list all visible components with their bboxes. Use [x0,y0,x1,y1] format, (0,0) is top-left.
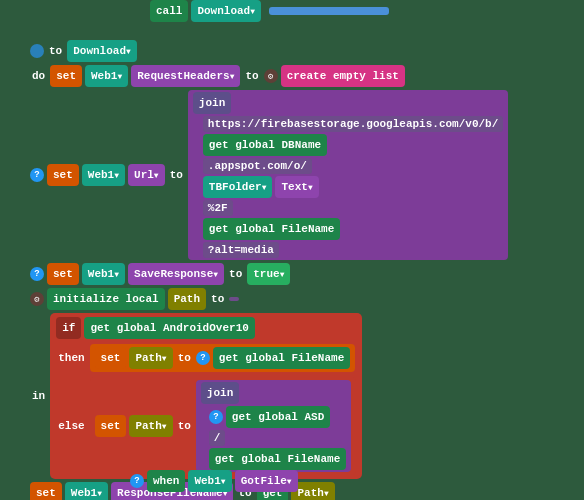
else-set-row: set Path to join ? get global ASD [95,380,352,472]
set-rf-label: set [30,482,62,500]
if-row: if get global AndroidOver10 [56,317,356,339]
when-event[interactable]: GotFile [235,470,298,492]
then-row: then set Path to ? get global FileName [56,344,356,372]
tbfolder-val[interactable]: TBFolder [203,176,273,198]
download-button-top[interactable]: Download [191,0,261,22]
else-row: else set Path to join ? [56,377,356,475]
to-save-label: to [227,268,244,280]
else-join-label: join [201,382,239,404]
slash-val: %2F [203,200,233,216]
get-android-val[interactable]: get global AndroidOver10 [84,317,254,339]
then-label: then [56,352,86,364]
to-label: to [47,45,64,57]
question-url: ? [30,168,44,182]
gear-init: ⚙ [30,292,44,306]
path-rf[interactable]: Path [291,482,334,500]
web1-rf[interactable]: Web1 [65,482,108,500]
web1-headers[interactable]: Web1 [85,65,128,87]
else-get-asd[interactable]: get global ASD [226,406,330,428]
to-url-label: to [168,169,185,181]
when-label: when [147,470,185,492]
else-section: set Path to join ? get global ASD [90,377,357,475]
else-join-label-row: join [201,382,346,404]
get-dbname-row: get global DBName [203,134,503,156]
web1-save[interactable]: Web1 [82,263,125,285]
then-get-filename[interactable]: get global FileName [213,347,350,369]
get-filename-url[interactable]: get global FileName [203,218,340,240]
call-label: call [150,0,188,22]
init-path-row: ⚙ initialize local Path to [30,288,508,310]
tbfolder-row: TBFolder Text [203,176,503,198]
get-filename-url-row: get global FileName [203,218,503,240]
set-url-section: ? set Web1 Url to join https://firebases… [30,90,508,260]
create-empty-list[interactable]: create empty list [281,65,405,87]
alt-media-row: ?alt=media [203,242,503,258]
url-base-row: https://firebasestorage.googleapis.com/v… [203,116,503,132]
join-label: join [193,92,231,114]
init-label: initialize local [47,288,165,310]
alt-media-val: ?alt=media [203,242,279,258]
request-headers-prop[interactable]: RequestHeaders [131,65,240,87]
true-val[interactable]: true [247,263,290,285]
in-block: in if get global AndroidOver10 then set … [30,313,508,479]
if-section: if get global AndroidOver10 then set Pat… [50,313,362,479]
question-save: ? [30,267,44,281]
else-slash: / [209,430,226,446]
else-set-label: set [95,415,127,437]
else-get-asd-row: ? get global ASD [209,406,346,428]
in-label-row: in if get global AndroidOver10 then set … [30,313,508,479]
join-block: join https://firebasestorage.googleapis.… [188,90,508,260]
when-row: ? when Web1 GotFile [130,470,298,492]
else-slash-row: / [209,430,346,446]
slash-row: %2F [203,200,503,216]
do-label: do [30,70,47,82]
url-prop[interactable]: Url [128,164,165,186]
set-label: set [50,65,82,87]
else-to: to [176,420,193,432]
download-button[interactable]: Download [67,40,137,62]
set-url-row: ? set Web1 Url to join https://firebases… [30,90,508,260]
do-set-headers-row: do set Web1 RequestHeaders to ⚙ create e… [30,65,508,87]
join-label-row: join [193,92,503,114]
else-q2: ? [209,410,223,424]
top-call-block: call Download [150,0,389,22]
init-empty-val [229,297,239,301]
to-init-label: to [209,293,226,305]
then-to: to [176,352,193,364]
then-question: ? [196,351,210,365]
set-save-label: set [47,263,79,285]
then-set-row: set Path to ? get global FileName [95,347,351,369]
gear-icon-headers: ⚙ [264,69,278,83]
when-web1[interactable]: Web1 [188,470,231,492]
else-join: join ? get global ASD / ge [196,380,351,472]
path-var-init[interactable]: Path [168,288,206,310]
to-label-headers: to [243,70,260,82]
partial-bar [269,7,389,15]
bottom-when-block: ? when Web1 GotFile [130,470,298,492]
when-question: ? [130,474,144,488]
in-label: in [30,390,47,402]
then-path[interactable]: Path [129,347,172,369]
appspot-row: .appspot.com/o/ [203,158,503,174]
text-label-val[interactable]: Text [275,176,318,198]
main-block: to Download do set Web1 RequestHeaders t… [30,40,508,500]
else-get-filename[interactable]: get global FileName [209,448,346,470]
then-set-label: set [95,347,127,369]
saveresponse-prop[interactable]: SaveResponse [128,263,224,285]
appspot-val: .appspot.com/o/ [203,158,312,174]
else-path[interactable]: Path [129,415,172,437]
web1-url[interactable]: Web1 [82,164,125,186]
else-get-filename-row: get global FileName [209,448,346,470]
set-saveresponse-row: ? set Web1 SaveResponse to true [30,263,508,285]
then-section: set Path to ? get global FileName [90,344,356,372]
set-url-label: set [47,164,79,186]
get-dbname[interactable]: get global DBName [203,134,327,156]
connector-to [30,44,44,58]
url-base-val: https://firebasestorage.googleapis.com/v… [203,116,503,132]
if-label: if [56,317,81,339]
else-label: else [56,420,86,432]
to-download-row: to Download [30,40,508,62]
